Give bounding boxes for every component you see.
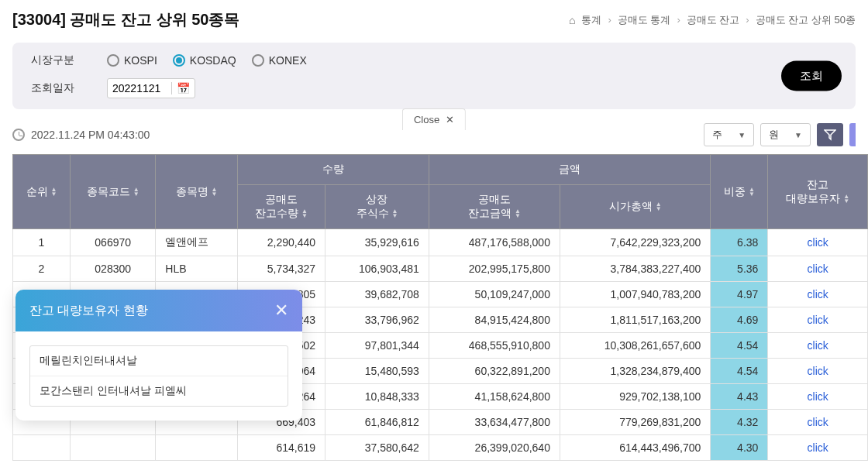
click-link[interactable]: click (808, 263, 828, 275)
cell-click[interactable]: click (768, 256, 868, 282)
cell-code (70, 435, 155, 461)
breadcrumb-item[interactable]: 공매도 통계 (618, 13, 671, 27)
cell-name: HLB (156, 256, 237, 282)
click-link[interactable]: click (808, 236, 828, 249)
cell-market-cap: 779,269,831,200 (560, 410, 710, 435)
close-tab[interactable]: Close ✕ (402, 108, 466, 130)
col-rank[interactable]: 순위▲▼ (13, 155, 71, 229)
popup-holder-item: 메릴린치인터내셔날 (30, 346, 288, 376)
filter-panel: 시장구분 KOSPI KOSDAQ KONEX 조회일자 (12, 43, 856, 109)
cell-short-amt: 487,176,588,000 (429, 229, 560, 256)
filter-icon-button[interactable] (817, 123, 843, 146)
col-ratio[interactable]: 비중▲▼ (711, 155, 768, 229)
clock-icon (12, 129, 25, 141)
cell-click[interactable]: click (768, 410, 868, 435)
cell-click[interactable]: click (768, 384, 868, 410)
click-link[interactable]: click (808, 288, 828, 300)
close-icon[interactable]: ✕ (274, 300, 288, 321)
breadcrumb-item[interactable]: 통계 (581, 13, 601, 27)
cell-short-amt: 202,995,175,800 (429, 256, 560, 282)
cell-listed-qty: 37,580,642 (326, 435, 429, 461)
sort-icon: ▲▼ (51, 187, 57, 197)
cell-click[interactable]: click (768, 359, 868, 384)
cell-listed-qty: 39,682,708 (326, 282, 429, 307)
cell-name: 엘앤에프 (156, 229, 237, 256)
col-name[interactable]: 종목명▲▼ (156, 155, 237, 229)
click-link[interactable]: click (808, 441, 828, 454)
cell-listed-qty: 33,796,962 (326, 307, 429, 333)
cell-click[interactable]: click (768, 435, 868, 461)
home-icon[interactable]: ⌂ (569, 14, 575, 26)
cell-short-amt: 60,322,891,200 (429, 359, 560, 384)
search-button[interactable]: 조회 (781, 61, 842, 91)
breadcrumb-sep: › (608, 14, 611, 26)
close-icon[interactable]: ✕ (446, 114, 454, 125)
radio-label: KOSPI (124, 54, 157, 67)
click-link[interactable]: click (808, 339, 828, 352)
col-market-cap[interactable]: 시가총액▲▼ (560, 185, 710, 229)
close-tab-label: Close (414, 114, 439, 125)
sort-icon: ▲▼ (749, 187, 755, 197)
unit-select-1[interactable]: 주 ▼ (704, 123, 754, 146)
col-code[interactable]: 종목코드▲▼ (70, 155, 155, 229)
cell-ratio: 4.32 (711, 410, 768, 435)
cell-listed-qty: 35,929,616 (326, 229, 429, 256)
cell-market-cap: 1,328,234,879,400 (560, 359, 710, 384)
cell-ratio: 4.97 (711, 282, 768, 307)
col-holders[interactable]: 잔고 대량보유자▲▼ (768, 155, 868, 229)
breadcrumb-sep: › (677, 14, 680, 26)
cell-ratio: 4.54 (711, 359, 768, 384)
cell-listed-qty: 10,848,333 (326, 384, 429, 410)
cell-market-cap: 3,784,383,227,400 (560, 256, 710, 282)
cell-ratio: 5.36 (711, 256, 768, 282)
page-title: [33004] 공매도 잔고 상위 50종목 (12, 9, 239, 30)
cell-short-amt: 84,915,424,800 (429, 307, 560, 333)
chevron-down-icon: ▼ (738, 131, 746, 139)
cell-short-amt: 41,158,624,800 (429, 384, 560, 410)
col-listed-qty[interactable]: 상장 주식수▲▼ (326, 185, 429, 229)
breadcrumb: ⌂ 통계 › 공매도 통계 › 공매도 잔고 › 공매도 잔고 상위 50종 (569, 13, 856, 27)
cell-market-cap: 929,702,138,100 (560, 384, 710, 410)
funnel-icon (824, 129, 836, 141)
radio-icon (252, 54, 264, 67)
sort-icon: ▲▼ (656, 202, 662, 211)
radio-konex[interactable]: KONEX (252, 54, 307, 67)
col-short-amt[interactable]: 공매도 잔고금액▲▼ (429, 185, 560, 229)
cell-market-cap: 1,811,517,163,200 (560, 307, 710, 333)
extra-button[interactable] (849, 123, 856, 146)
breadcrumb-item[interactable]: 공매도 잔고 상위 50종 (756, 13, 856, 27)
radio-kosdaq[interactable]: KOSDAQ (173, 54, 236, 67)
table-row: 1 066970 엘앤에프 2,290,440 35,929,616 487,1… (13, 229, 868, 256)
col-short-qty[interactable]: 공매도 잔고수량▲▼ (237, 185, 325, 229)
cell-click[interactable]: click (768, 229, 868, 256)
breadcrumb-item[interactable]: 공매도 잔고 (687, 13, 740, 27)
radio-kospi[interactable]: KOSPI (107, 54, 157, 67)
cell-click[interactable]: click (768, 333, 868, 359)
cell-code: 066970 (70, 229, 155, 256)
click-link[interactable]: click (808, 314, 828, 326)
cell-short-qty: 5,734,327 (237, 256, 325, 282)
unit-select-2[interactable]: 원 ▼ (760, 123, 811, 146)
click-link[interactable]: click (808, 416, 828, 428)
unit-select-value: 주 (712, 128, 722, 142)
popup-holder-item: 모간스탠리 인터내셔날 피엘씨 (30, 376, 288, 406)
click-link[interactable]: click (808, 390, 828, 403)
cell-rank (13, 435, 71, 461)
cell-market-cap: 614,443,496,700 (560, 435, 710, 461)
cell-rank: 2 (13, 256, 71, 282)
cell-ratio: 4.69 (711, 307, 768, 333)
sort-icon: ▲▼ (843, 194, 849, 204)
calendar-icon[interactable]: 📅 (171, 82, 190, 94)
cell-short-qty: 614,619 (237, 435, 325, 461)
cell-market-cap: 7,642,229,323,200 (560, 229, 710, 256)
click-link[interactable]: click (808, 365, 828, 377)
date-input-wrap[interactable]: 📅 (107, 78, 195, 98)
cell-click[interactable]: click (768, 307, 868, 333)
col-qty-group: 수량 (237, 155, 429, 185)
unit-select-value: 원 (769, 128, 779, 142)
radio-icon (173, 54, 185, 67)
cell-click[interactable]: click (768, 282, 868, 307)
cell-market-cap: 10,308,261,657,600 (560, 333, 710, 359)
cell-name (156, 435, 237, 461)
date-input[interactable] (112, 82, 168, 94)
